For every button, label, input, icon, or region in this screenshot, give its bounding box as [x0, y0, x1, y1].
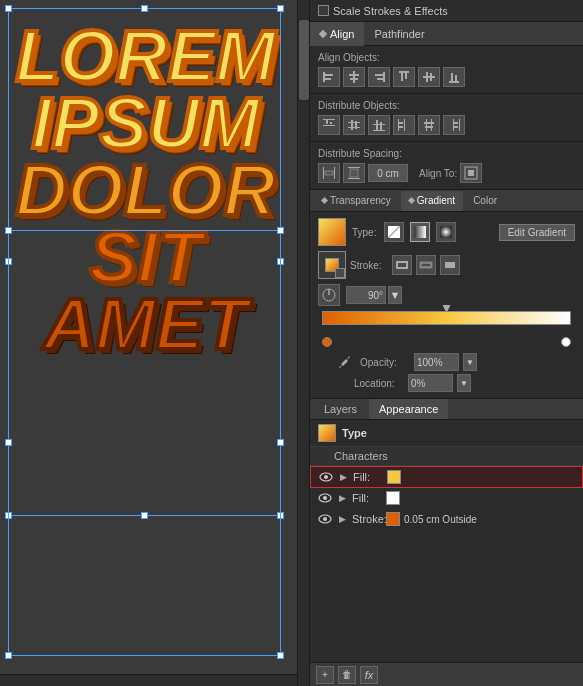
gradient-bar-track[interactable]: [322, 311, 571, 325]
gradient-type-label: Type:: [352, 227, 376, 238]
delete-item-button[interactable]: 🗑: [338, 666, 356, 684]
stroke-icon-3[interactable]: [440, 255, 460, 275]
location-input[interactable]: [408, 374, 453, 392]
svg-rect-42: [323, 167, 324, 179]
svg-rect-47: [350, 169, 358, 177]
svg-rect-1: [325, 74, 333, 76]
svg-rect-24: [351, 120, 353, 130]
tab-appearance[interactable]: Appearance: [369, 399, 448, 419]
handle2-tl[interactable]: [5, 227, 12, 234]
dist-bottom-icon[interactable]: [368, 115, 390, 135]
dist-right-icon[interactable]: [443, 115, 465, 135]
tab-transparency[interactable]: Transparency: [314, 191, 399, 211]
svg-rect-16: [451, 73, 453, 81]
svg-rect-44: [325, 171, 333, 175]
expand-arrow-2[interactable]: ▶: [336, 492, 348, 504]
add-item-button[interactable]: +: [316, 666, 334, 684]
align-bottom-icon[interactable]: [443, 67, 465, 87]
opacity-input[interactable]: [414, 353, 459, 371]
stroke-label: Stroke:: [350, 260, 388, 271]
expand-arrow-3[interactable]: ▶: [336, 513, 348, 525]
svg-rect-32: [399, 122, 403, 124]
align-center-v-icon[interactable]: [418, 67, 440, 87]
canvas-scrollbar-thumb[interactable]: [299, 20, 309, 100]
stroke-icon-2[interactable]: [416, 255, 436, 275]
svg-point-63: [323, 496, 327, 500]
svg-rect-37: [425, 126, 433, 128]
gradient-stop-right[interactable]: [561, 337, 571, 347]
svg-rect-21: [330, 122, 332, 124]
handle2-mr[interactable]: [277, 439, 284, 446]
canvas-horizontal-scrollbar[interactable]: [0, 674, 297, 686]
canvas-vertical-scrollbar[interactable]: [297, 0, 309, 686]
align-objects-label: Align Objects:: [318, 52, 575, 63]
location-dropdown[interactable]: ▼: [457, 374, 471, 392]
lorem-text: LOREM: [12, 20, 279, 92]
scale-strokes-checkbox-item[interactable]: Scale Strokes & Effects: [318, 5, 448, 17]
dist-left-icon[interactable]: [393, 115, 415, 135]
handle-bc[interactable]: [141, 512, 148, 519]
opacity-dropdown[interactable]: ▼: [463, 353, 477, 371]
scale-strokes-checkbox[interactable]: [318, 5, 329, 16]
fill-swatch-1[interactable]: [387, 470, 401, 484]
svg-rect-53: [440, 226, 452, 238]
align-left-icon[interactable]: [318, 67, 340, 87]
handle-tr[interactable]: [277, 5, 284, 12]
angle-dropdown[interactable]: ▼: [388, 286, 402, 304]
svg-rect-14: [430, 73, 432, 81]
expand-arrow-1[interactable]: ▶: [337, 471, 349, 483]
eye-icon-1[interactable]: [319, 470, 333, 484]
svg-rect-5: [350, 78, 358, 80]
scale-strokes-label: Scale Strokes & Effects: [333, 5, 448, 17]
edit-gradient-button[interactable]: Edit Gradient: [499, 224, 575, 241]
align-top-icon[interactable]: [393, 67, 415, 87]
tab-pathfinder[interactable]: Pathfinder: [364, 22, 434, 46]
eyedropper-icon[interactable]: [336, 354, 352, 370]
svg-rect-15: [449, 81, 459, 83]
handle-bl[interactable]: [5, 512, 12, 519]
location-row: Location: ▼: [318, 374, 575, 392]
tab-color[interactable]: Color: [465, 191, 505, 211]
align-right-icon[interactable]: [368, 67, 390, 87]
gradient-type-none-icon[interactable]: [384, 222, 404, 242]
gradient-stop-left[interactable]: [322, 337, 332, 347]
fill-swatch-2[interactable]: [386, 491, 400, 505]
align-to-icon[interactable]: [460, 163, 482, 183]
handle-tc[interactable]: [141, 5, 148, 12]
stroke-row: Stroke:: [318, 251, 575, 279]
tab-layers[interactable]: Layers: [314, 399, 367, 419]
svg-rect-41: [454, 126, 458, 128]
stroke-icon-1[interactable]: [392, 255, 412, 275]
handle-ml[interactable]: [5, 258, 12, 265]
stroke-value: 0.05 cm Outside: [404, 514, 477, 525]
svg-rect-49: [468, 170, 474, 176]
gradient-type-linear-icon[interactable]: [410, 222, 430, 242]
svg-rect-43: [334, 167, 335, 179]
dist-center-h-icon[interactable]: [418, 115, 440, 135]
stroke-nested-swatch[interactable]: [318, 251, 346, 279]
gradient-preview-swatch[interactable]: [318, 218, 346, 246]
svg-rect-57: [445, 262, 455, 268]
stroke-swatch[interactable]: [386, 512, 400, 526]
handle-tl[interactable]: [5, 5, 12, 12]
handle2-bl[interactable]: [5, 652, 12, 659]
dist-spacing-h-icon[interactable]: [318, 163, 340, 183]
svg-rect-52: [414, 226, 426, 238]
eye-icon-3[interactable]: [318, 512, 332, 526]
angle-input[interactable]: [346, 286, 386, 304]
fx-button[interactable]: fx: [360, 666, 378, 684]
spacing-input[interactable]: [368, 164, 408, 182]
tab-gradient[interactable]: Gradient: [401, 191, 463, 211]
handle2-br[interactable]: [277, 652, 284, 659]
handle2-ml[interactable]: [5, 439, 12, 446]
eye-icon-2[interactable]: [318, 491, 332, 505]
dist-center-v-icon[interactable]: [343, 115, 365, 135]
gradient-type-radial-icon[interactable]: [436, 222, 456, 242]
handle-br[interactable]: [277, 512, 284, 519]
dist-spacing-v-icon[interactable]: [343, 163, 365, 183]
gradient-panel-content: Type: Edit Gradient Stroke:: [310, 212, 583, 398]
align-center-h-icon[interactable]: [343, 67, 365, 87]
tab-align[interactable]: Align: [310, 22, 364, 46]
fill-row-2: ▶ Fill:: [310, 488, 583, 509]
dist-top-icon[interactable]: [318, 115, 340, 135]
